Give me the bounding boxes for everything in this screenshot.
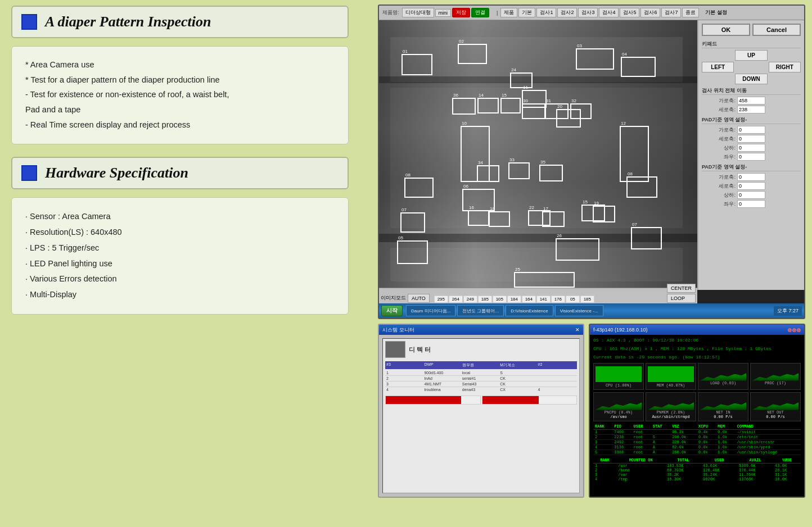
connect-btn[interactable]: 연결	[471, 8, 489, 17]
pad1-lr-row: 좌우:	[702, 153, 801, 161]
dr2-mount: /home	[616, 468, 665, 473]
pad1-lr-input[interactable]	[737, 153, 765, 161]
right-button[interactable]: RIGHT	[769, 62, 801, 72]
taskbar-app-2[interactable]: 전년도 그룹웨어...	[457, 305, 504, 316]
tab-product[interactable]: 제품	[500, 8, 517, 17]
section2-desc-box: · Sensor : Area Camera · Resolution(LS) …	[11, 197, 349, 315]
metrics-bottom-grid: P%CPU (0.4%) /av/smo P%MEM (2.0%) Ausr/s…	[593, 392, 801, 421]
desc-line-5: - Real Time screen display and reject pr…	[25, 118, 335, 132]
tab-check4[interactable]: 검사4	[599, 8, 619, 17]
taskbar-app-4[interactable]: VisionExistence -...	[555, 305, 603, 316]
pad2-size-input[interactable]	[737, 191, 765, 199]
cell-1-5	[538, 371, 576, 375]
dr4-used: 9020K	[701, 477, 737, 481]
cell-1-3: local	[462, 371, 500, 375]
pad2-lr-input[interactable]	[737, 200, 765, 208]
pad1-lr-label: 좌우:	[702, 153, 736, 161]
pr1-stat	[651, 429, 670, 434]
pr2-vsz: 206.0k	[670, 434, 697, 439]
pad1-v-row: 세로축:	[702, 135, 801, 143]
center-btn[interactable]: CENTER	[667, 284, 696, 293]
start-button[interactable]: 시작	[381, 305, 403, 316]
sys-monitor-title: 시스템 모니터	[382, 326, 414, 334]
srv-info-1: OS : AIX 4.3 , BOOT : 99/12/30 10:02:06	[593, 337, 801, 343]
mini-tab[interactable]: mini	[435, 9, 452, 17]
pad2-lr-row: 좌우:	[702, 200, 801, 208]
stop-btn[interactable]: 저장	[452, 8, 470, 17]
cell-3-3: Serial43	[462, 382, 500, 386]
tab-basic[interactable]: 기본	[518, 8, 535, 17]
bottom-screenshots-row: 시스템 모니터 ✕ 디 텍 터 #3 DWP 원무원 M기계소	[378, 324, 805, 498]
dr3-total: 35.2K	[665, 473, 701, 477]
pr2-mem: 1.0k	[716, 434, 735, 439]
pad2-h-input[interactable]	[737, 173, 765, 181]
cell-4-2: troublena	[424, 388, 462, 392]
tab-check1[interactable]: 검사1	[536, 8, 556, 17]
dr1-rank: 1	[593, 463, 616, 468]
det-box-32: 32	[570, 103, 592, 119]
pad2-size-label: 상하:	[702, 192, 736, 199]
proc-row-5: 5 3388 root A 260.0k 0.0k 1.0k /usr/sbin…	[593, 449, 801, 455]
netin-label: NET IN	[700, 410, 746, 415]
pr5-cmd: /usr/sbin/syslogd	[736, 449, 801, 455]
sys-monitor-close[interactable]: ✕	[575, 327, 580, 333]
cell-1-2: 900dS.400	[424, 371, 462, 375]
down-button[interactable]: DOWN	[735, 74, 767, 84]
pad1-v-input[interactable]	[737, 135, 765, 143]
srv-close-btn[interactable]: ⊗⊗⊗	[787, 327, 801, 333]
dr4-avail: 13766K	[737, 477, 773, 481]
settings-panel: OK Cancel 키패드 UP LEFT RIGHT DOWN 검사 위치 전…	[697, 20, 804, 290]
det-box-01: 01	[402, 54, 432, 75]
left-panel: A diaper Pattern Inspection * Area Camer…	[11, 6, 349, 315]
pad1-h-input[interactable]	[737, 126, 765, 134]
loop-btn[interactable]: LOOP	[667, 294, 696, 303]
up-button[interactable]: UP	[735, 50, 767, 61]
disk-row-3: 3 /var 35.2K 35.24K 11.764K 31.1K	[593, 473, 801, 477]
mem-label: MEM (40.07%)	[648, 383, 694, 388]
proc-th-xcpu: XCPU	[697, 424, 716, 430]
tab-check5[interactable]: 검사5	[620, 8, 639, 17]
pad2-v-input[interactable]	[737, 182, 765, 190]
tab-check6[interactable]: 검사6	[640, 8, 660, 17]
tab-check7[interactable]: 검사7	[661, 8, 681, 17]
cell-3-5	[538, 382, 576, 386]
keypad-label: 키패드	[702, 40, 801, 48]
cell-1-1: 1	[386, 371, 424, 375]
left-button[interactable]: LEFT	[702, 62, 734, 72]
spec-line-5: · Various Errors detection	[25, 271, 335, 287]
dr3-rank: 3	[593, 473, 616, 477]
taskbar-app-3[interactable]: D:\VisionExistence	[506, 305, 553, 316]
pr3-rank: 3	[593, 439, 612, 444]
settings-label: 기본 설정	[703, 9, 729, 16]
pad1-size-input[interactable]	[737, 144, 765, 152]
taskbar-app-1[interactable]: Daum 미디어다음...	[406, 305, 455, 316]
process-table: RANK PID USER STAT VSZ XCPU MEM COMMAND	[593, 424, 801, 455]
dr4-rank: 4	[593, 477, 616, 481]
section1-title: A diaper Pattern Inspection	[45, 13, 211, 30]
ok-button[interactable]: OK	[702, 24, 750, 36]
vertical-input[interactable]	[737, 106, 765, 113]
right-panel: 제품명: 디더상대형 mini 저장 연결 | 제품 기본 검사1 검사2 검사…	[378, 4, 805, 498]
cell-3-4: CK	[500, 382, 538, 386]
pr4-user: root	[632, 444, 651, 449]
product-tab[interactable]: 디더상대형	[402, 8, 434, 17]
position-move-label: 검사 위치 전체 이동	[702, 87, 801, 95]
tab-check2[interactable]: 검사2	[557, 8, 577, 17]
pr4-stat: A	[651, 444, 670, 449]
det-box-18: 18	[489, 211, 510, 227]
dr1-used: 43.61K	[701, 463, 737, 468]
pad2-h-label: 가로축:	[702, 174, 736, 181]
tab-check3[interactable]: 검사3	[578, 8, 598, 17]
sys-monitor-inner: 디 텍 터 #3 DWP 원무원 M기계소 #2 1 900	[382, 338, 580, 493]
disk-th-mount: MOUNTED ON	[616, 457, 665, 464]
auto-btn[interactable]: AUTO	[408, 294, 430, 303]
horizontal-input[interactable]	[737, 97, 765, 105]
vertical-label: 세로축:	[702, 106, 736, 113]
pr1-user: root	[632, 429, 651, 434]
pad2-lr-label: 좌우:	[702, 201, 736, 208]
tab-end[interactable]: 종료	[682, 8, 699, 17]
app-screenshot: 제품명: 디더상대형 mini 저장 연결 | 제품 기본 검사1 검사2 검사…	[378, 4, 805, 319]
det-box-04: 04	[621, 57, 656, 77]
det-box-27: 07	[631, 227, 662, 249]
cancel-button[interactable]: Cancel	[752, 24, 801, 36]
